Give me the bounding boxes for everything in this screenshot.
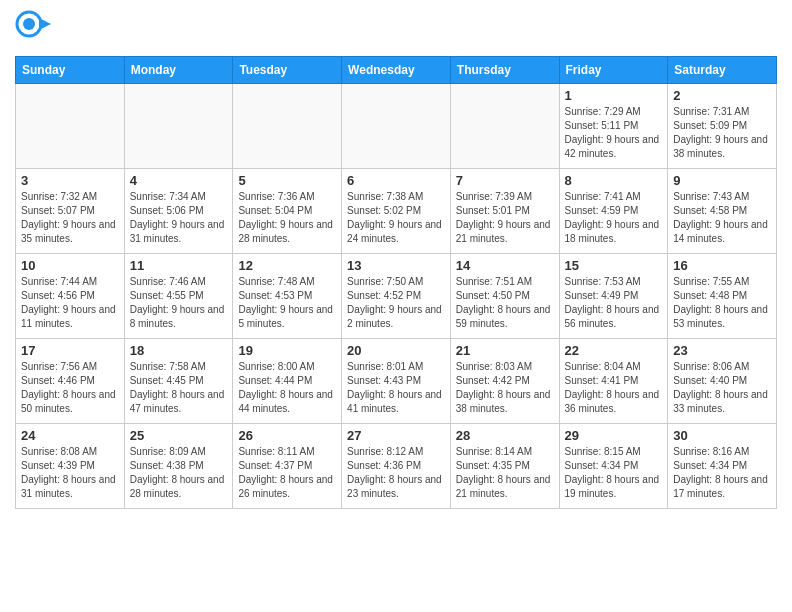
day-number: 18 [130,343,228,358]
day-number: 27 [347,428,445,443]
day-info: Sunrise: 7:41 AM Sunset: 4:59 PM Dayligh… [565,190,663,246]
calendar-cell [450,84,559,169]
calendar-cell: 7Sunrise: 7:39 AM Sunset: 5:01 PM Daylig… [450,169,559,254]
day-info: Sunrise: 8:09 AM Sunset: 4:38 PM Dayligh… [130,445,228,501]
calendar-cell: 24Sunrise: 8:08 AM Sunset: 4:39 PM Dayli… [16,424,125,509]
day-info: Sunrise: 8:01 AM Sunset: 4:43 PM Dayligh… [347,360,445,416]
day-info: Sunrise: 7:29 AM Sunset: 5:11 PM Dayligh… [565,105,663,161]
day-info: Sunrise: 7:39 AM Sunset: 5:01 PM Dayligh… [456,190,554,246]
calendar-cell: 6Sunrise: 7:38 AM Sunset: 5:02 PM Daylig… [342,169,451,254]
day-info: Sunrise: 7:53 AM Sunset: 4:49 PM Dayligh… [565,275,663,331]
header-day-sunday: Sunday [16,57,125,84]
header-day-tuesday: Tuesday [233,57,342,84]
day-info: Sunrise: 8:04 AM Sunset: 4:41 PM Dayligh… [565,360,663,416]
calendar-cell: 18Sunrise: 7:58 AM Sunset: 4:45 PM Dayli… [124,339,233,424]
day-number: 15 [565,258,663,273]
day-number: 3 [21,173,119,188]
day-number: 20 [347,343,445,358]
day-info: Sunrise: 8:08 AM Sunset: 4:39 PM Dayligh… [21,445,119,501]
day-number: 5 [238,173,336,188]
day-info: Sunrise: 7:43 AM Sunset: 4:58 PM Dayligh… [673,190,771,246]
day-number: 21 [456,343,554,358]
calendar-cell: 25Sunrise: 8:09 AM Sunset: 4:38 PM Dayli… [124,424,233,509]
day-info: Sunrise: 7:44 AM Sunset: 4:56 PM Dayligh… [21,275,119,331]
day-info: Sunrise: 8:15 AM Sunset: 4:34 PM Dayligh… [565,445,663,501]
week-row-3: 10Sunrise: 7:44 AM Sunset: 4:56 PM Dayli… [16,254,777,339]
day-number: 19 [238,343,336,358]
header-day-monday: Monday [124,57,233,84]
svg-marker-2 [39,18,51,30]
calendar-cell [342,84,451,169]
page-container: SundayMondayTuesdayWednesdayThursdayFrid… [0,0,792,519]
day-number: 22 [565,343,663,358]
calendar-cell: 10Sunrise: 7:44 AM Sunset: 4:56 PM Dayli… [16,254,125,339]
calendar-header: SundayMondayTuesdayWednesdayThursdayFrid… [16,57,777,84]
day-info: Sunrise: 7:36 AM Sunset: 5:04 PM Dayligh… [238,190,336,246]
day-info: Sunrise: 8:00 AM Sunset: 4:44 PM Dayligh… [238,360,336,416]
day-number: 1 [565,88,663,103]
day-info: Sunrise: 7:46 AM Sunset: 4:55 PM Dayligh… [130,275,228,331]
calendar-cell: 19Sunrise: 8:00 AM Sunset: 4:44 PM Dayli… [233,339,342,424]
day-number: 12 [238,258,336,273]
day-number: 30 [673,428,771,443]
day-number: 17 [21,343,119,358]
week-row-5: 24Sunrise: 8:08 AM Sunset: 4:39 PM Dayli… [16,424,777,509]
svg-point-1 [23,18,35,30]
header-row: SundayMondayTuesdayWednesdayThursdayFrid… [16,57,777,84]
day-number: 16 [673,258,771,273]
day-number: 8 [565,173,663,188]
day-info: Sunrise: 8:12 AM Sunset: 4:36 PM Dayligh… [347,445,445,501]
calendar-cell: 8Sunrise: 7:41 AM Sunset: 4:59 PM Daylig… [559,169,668,254]
calendar-cell: 9Sunrise: 7:43 AM Sunset: 4:58 PM Daylig… [668,169,777,254]
logo-icon [15,10,51,46]
day-number: 25 [130,428,228,443]
calendar-cell: 3Sunrise: 7:32 AM Sunset: 5:07 PM Daylig… [16,169,125,254]
calendar-cell: 15Sunrise: 7:53 AM Sunset: 4:49 PM Dayli… [559,254,668,339]
week-row-4: 17Sunrise: 7:56 AM Sunset: 4:46 PM Dayli… [16,339,777,424]
calendar-cell: 14Sunrise: 7:51 AM Sunset: 4:50 PM Dayli… [450,254,559,339]
calendar-table: SundayMondayTuesdayWednesdayThursdayFrid… [15,56,777,509]
calendar-cell: 21Sunrise: 8:03 AM Sunset: 4:42 PM Dayli… [450,339,559,424]
day-info: Sunrise: 7:34 AM Sunset: 5:06 PM Dayligh… [130,190,228,246]
day-info: Sunrise: 8:03 AM Sunset: 4:42 PM Dayligh… [456,360,554,416]
calendar-cell: 26Sunrise: 8:11 AM Sunset: 4:37 PM Dayli… [233,424,342,509]
day-number: 14 [456,258,554,273]
day-number: 26 [238,428,336,443]
calendar-cell: 20Sunrise: 8:01 AM Sunset: 4:43 PM Dayli… [342,339,451,424]
calendar-cell [124,84,233,169]
calendar-cell: 11Sunrise: 7:46 AM Sunset: 4:55 PM Dayli… [124,254,233,339]
calendar-cell: 2Sunrise: 7:31 AM Sunset: 5:09 PM Daylig… [668,84,777,169]
day-info: Sunrise: 7:38 AM Sunset: 5:02 PM Dayligh… [347,190,445,246]
day-info: Sunrise: 8:16 AM Sunset: 4:34 PM Dayligh… [673,445,771,501]
day-info: Sunrise: 8:06 AM Sunset: 4:40 PM Dayligh… [673,360,771,416]
day-info: Sunrise: 7:50 AM Sunset: 4:52 PM Dayligh… [347,275,445,331]
calendar-cell [16,84,125,169]
calendar-cell: 23Sunrise: 8:06 AM Sunset: 4:40 PM Dayli… [668,339,777,424]
day-number: 10 [21,258,119,273]
calendar-cell: 30Sunrise: 8:16 AM Sunset: 4:34 PM Dayli… [668,424,777,509]
day-info: Sunrise: 7:31 AM Sunset: 5:09 PM Dayligh… [673,105,771,161]
day-number: 13 [347,258,445,273]
day-info: Sunrise: 7:56 AM Sunset: 4:46 PM Dayligh… [21,360,119,416]
day-info: Sunrise: 7:55 AM Sunset: 4:48 PM Dayligh… [673,275,771,331]
calendar-cell: 28Sunrise: 8:14 AM Sunset: 4:35 PM Dayli… [450,424,559,509]
header [15,10,777,50]
day-info: Sunrise: 7:48 AM Sunset: 4:53 PM Dayligh… [238,275,336,331]
day-info: Sunrise: 7:32 AM Sunset: 5:07 PM Dayligh… [21,190,119,246]
day-number: 7 [456,173,554,188]
calendar-body: 1Sunrise: 7:29 AM Sunset: 5:11 PM Daylig… [16,84,777,509]
calendar-cell: 27Sunrise: 8:12 AM Sunset: 4:36 PM Dayli… [342,424,451,509]
calendar-cell: 16Sunrise: 7:55 AM Sunset: 4:48 PM Dayli… [668,254,777,339]
week-row-1: 1Sunrise: 7:29 AM Sunset: 5:11 PM Daylig… [16,84,777,169]
day-info: Sunrise: 8:14 AM Sunset: 4:35 PM Dayligh… [456,445,554,501]
day-number: 2 [673,88,771,103]
calendar-cell: 5Sunrise: 7:36 AM Sunset: 5:04 PM Daylig… [233,169,342,254]
day-number: 29 [565,428,663,443]
day-number: 11 [130,258,228,273]
calendar-cell: 4Sunrise: 7:34 AM Sunset: 5:06 PM Daylig… [124,169,233,254]
day-number: 9 [673,173,771,188]
header-day-saturday: Saturday [668,57,777,84]
day-info: Sunrise: 7:58 AM Sunset: 4:45 PM Dayligh… [130,360,228,416]
header-day-wednesday: Wednesday [342,57,451,84]
day-info: Sunrise: 7:51 AM Sunset: 4:50 PM Dayligh… [456,275,554,331]
